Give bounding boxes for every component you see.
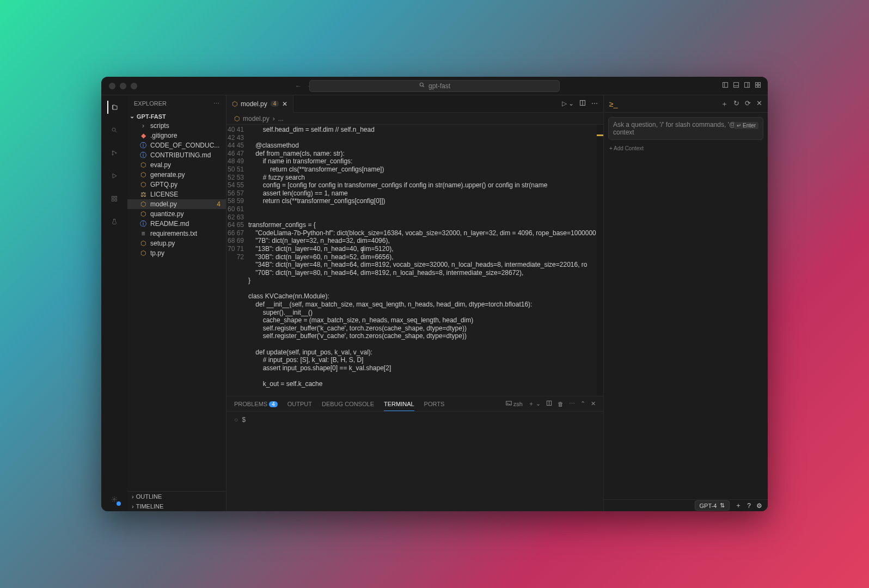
svg-rect-2	[734, 83, 739, 88]
file-label: quantize.py	[150, 210, 183, 218]
py-icon: ⬡	[139, 249, 147, 257]
explorer-title: EXPLORER	[134, 100, 167, 107]
svg-point-0	[420, 83, 423, 86]
timeline-label: TIMELINE	[136, 503, 164, 510]
project-section[interactable]: ⌄ GPT-FAST	[127, 112, 226, 121]
file-scripts[interactable]: ›scripts	[127, 121, 226, 131]
file-label: requirements.txt	[150, 230, 197, 237]
problems-count: 4	[269, 401, 278, 407]
file-label: scripts	[150, 122, 169, 130]
tab-ports[interactable]: PORTS	[424, 401, 445, 407]
tab-problems[interactable]: PROBLEMS 4	[234, 401, 278, 407]
run-icon[interactable]: ▷ ⌄	[562, 100, 574, 108]
window-controls[interactable]	[101, 83, 137, 89]
settings-icon[interactable]: ⚙	[756, 502, 762, 510]
tab-model-py[interactable]: ⬡ model.py 4 ✕	[227, 95, 293, 113]
close-ai-icon[interactable]: ✕	[756, 99, 762, 109]
file-model.py[interactable]: ⬡model.py4	[127, 199, 226, 209]
file-quantize.py[interactable]: ⬡quantize.py	[127, 209, 226, 219]
svg-rect-14	[112, 199, 114, 201]
tab-debug-console[interactable]: DEBUG CONSOLE	[322, 401, 374, 407]
crumb-rest: ...	[278, 115, 284, 122]
outline-section[interactable]: › OUTLINE	[127, 492, 226, 501]
timeline-section[interactable]: › TIMELINE	[127, 501, 226, 511]
command-center[interactable]: gpt-fast	[309, 80, 560, 92]
file-generate.py[interactable]: ⬡generate.py	[127, 170, 226, 180]
breadcrumbs[interactable]: ⬡ model.py › ...	[227, 113, 603, 125]
new-chat-icon[interactable]: ＋	[721, 99, 728, 109]
model-name: GPT-4	[700, 503, 717, 509]
testing-icon[interactable]	[108, 215, 121, 228]
explorer-more-icon[interactable]: ⋯	[213, 100, 219, 107]
file-warning-count: 4	[217, 200, 221, 208]
workbench-body: EXPLORER ⋯ ⌄ GPT-FAST ›scripts◆.gitignor…	[101, 95, 768, 511]
code-editor[interactable]: 40 41 42 43 44 45 46 47 48 49 50 51 52 5…	[227, 125, 603, 396]
terminal-body[interactable]: ○ $	[227, 412, 603, 511]
py-icon: ⬡	[139, 181, 147, 188]
file-LICENSE[interactable]: ⚖LICENSE	[127, 189, 226, 199]
help-icon[interactable]: ?	[747, 502, 751, 510]
split-editor-icon[interactable]	[579, 100, 586, 108]
file-tp.py[interactable]: ⬡tp.py	[127, 248, 226, 258]
minimap[interactable]	[597, 125, 603, 396]
ai-enter-button[interactable]: ↵ Enter	[734, 122, 758, 129]
tab-actions: ▷ ⌄ ⋯	[562, 100, 598, 108]
file-setup.py[interactable]: ⬡setup.py	[127, 238, 226, 248]
new-terminal-icon[interactable]: ＋ ⌄	[528, 400, 541, 408]
split-terminal-icon[interactable]	[546, 400, 552, 407]
extensions-icon[interactable]	[108, 192, 121, 205]
svg-point-9	[112, 151, 113, 152]
tab-output[interactable]: OUTPUT	[287, 401, 312, 407]
search-text: gpt-fast	[429, 82, 450, 90]
tab-label: model.py	[241, 100, 267, 108]
explorer-icon[interactable]	[107, 101, 120, 114]
minimize-dot[interactable]	[120, 83, 126, 89]
close-tab-icon[interactable]: ✕	[282, 100, 287, 108]
customize-layout-icon[interactable]	[755, 82, 761, 90]
file-.gitignore[interactable]: ◆.gitignore	[127, 131, 226, 140]
py-icon: ⬡	[139, 210, 147, 218]
maximize-panel-icon[interactable]: ⌃	[580, 400, 585, 407]
history-icon[interactable]: ↻	[733, 99, 739, 109]
ai-add-context[interactable]: + Add Context	[609, 145, 762, 151]
file-eval.py[interactable]: ⬡eval.py	[127, 160, 226, 170]
reload-icon[interactable]: ⟳	[745, 99, 751, 109]
terminal-shell-label[interactable]: zsh	[506, 400, 523, 407]
panel-more-icon[interactable]: ⋯	[569, 400, 575, 407]
toggle-panel-icon[interactable]	[733, 82, 739, 90]
zoom-dot[interactable]	[131, 83, 137, 89]
code-content[interactable]: self.head_dim = self.dim // self.n_head …	[248, 125, 603, 396]
editor-more-icon[interactable]: ⋯	[591, 100, 598, 108]
toggle-secondary-sidebar-icon[interactable]	[744, 82, 750, 90]
file-GPTQ.py[interactable]: ⬡GPTQ.py	[127, 180, 226, 189]
ai-input[interactable]: Ask a question, '/' for slash commands, …	[608, 117, 763, 140]
explorer-header: EXPLORER ⋯	[127, 95, 226, 112]
bottom-panel: PROBLEMS 4 OUTPUT DEBUG CONSOLE TERMINAL…	[227, 396, 603, 511]
text-cursor-icon	[359, 247, 369, 262]
file-requirements.txt[interactable]: ≡requirements.txt	[127, 229, 226, 238]
svg-rect-7	[758, 85, 761, 88]
py-icon: ⬡	[139, 171, 147, 179]
add-model-icon[interactable]: ＋	[735, 501, 742, 510]
tab-terminal[interactable]: TERMINAL	[384, 401, 414, 411]
settings-badge	[117, 501, 121, 506]
kill-terminal-icon[interactable]: 🗑	[558, 401, 564, 407]
model-selector[interactable]: GPT-4 ⇅	[695, 500, 730, 511]
close-dot[interactable]	[109, 83, 115, 89]
svg-rect-1	[723, 83, 728, 88]
ai-chat-icon[interactable]: ≥_	[609, 100, 617, 108]
file-label: generate.py	[150, 171, 185, 179]
editor-group: ⬡ model.py 4 ✕ ▷ ⌄ ⋯ ⬡ model.py › ... 40…	[227, 95, 603, 511]
search-icon[interactable]	[108, 124, 121, 137]
file-label: CODE_OF_CONDUC...	[150, 142, 219, 149]
file-README.md[interactable]: ⓘREADME.md	[127, 219, 226, 229]
run-debug-icon[interactable]	[108, 169, 121, 182]
terminal-prompt: $	[242, 416, 246, 424]
file-label: LICENSE	[150, 191, 178, 198]
close-panel-icon[interactable]: ✕	[591, 400, 596, 407]
toggle-primary-sidebar-icon[interactable]	[722, 82, 729, 90]
back-icon[interactable]: ←	[295, 82, 302, 90]
file-CONTRIBUTING.md[interactable]: ⓘCONTRIBUTING.md	[127, 150, 226, 160]
source-control-icon[interactable]	[108, 146, 121, 160]
file-CODE_OF_CONDUC...[interactable]: ⓘCODE_OF_CONDUC...	[127, 140, 226, 150]
